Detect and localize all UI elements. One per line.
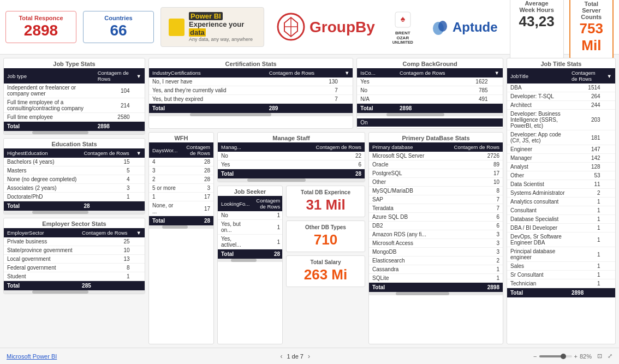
table-row[interactable]: Doctorate/PhD1: [4, 193, 145, 201]
table-row[interactable]: Data Scientist11: [507, 180, 615, 189]
table-row[interactable]: Yes, but they expired7: [149, 95, 353, 104]
fullscreen-icon[interactable]: ⤢: [608, 353, 612, 360]
table-row[interactable]: Analyst128: [507, 163, 615, 171]
table-row[interactable]: Microsoft Access3: [369, 239, 503, 248]
table-row[interactable]: DBA / BI Developer1: [507, 224, 615, 232]
table-row[interactable]: Cassandra1: [369, 265, 503, 274]
table-row[interactable]: 117: [149, 193, 213, 201]
fit-page-icon[interactable]: ⊡: [597, 353, 602, 360]
table-row[interactable]: SAP7: [369, 195, 503, 204]
powerbi-link[interactable]: Microsoft Power BI: [7, 353, 57, 360]
education-stats-panel: Education Stats HighestEducation Contage…: [3, 138, 145, 214]
table-row[interactable]: SQLite1: [369, 274, 503, 283]
table-row[interactable]: Developer: T-SQL264: [507, 92, 615, 101]
table-row[interactable]: Private business25: [4, 237, 145, 246]
jts-filter-icon[interactable]: ▼: [604, 68, 615, 83]
js-col1: LookingFo...: [218, 196, 253, 211]
row-value: 28: [181, 166, 213, 175]
table-row[interactable]: Masters5: [4, 166, 145, 175]
row-label: MongoDB: [369, 248, 441, 256]
table-row[interactable]: 328: [149, 166, 213, 175]
table-row[interactable]: Yes, activel...1: [218, 235, 283, 249]
table-row[interactable]: Yes, but on...1: [218, 220, 283, 235]
table-row[interactable]: Database Specialist1: [507, 215, 615, 224]
table-row[interactable]: 428: [149, 158, 213, 166]
zoom-slider[interactable]: − + 82%: [533, 353, 592, 360]
table-row[interactable]: MySQL/MariaDB8: [369, 187, 503, 195]
row-label: Principal database engineer: [507, 247, 568, 262]
table-row[interactable]: Developer: Business Intelligence (SSRS, …: [507, 110, 615, 130]
table-row[interactable]: PostgreSQL17: [369, 169, 503, 178]
table-row[interactable]: No, I never have130: [149, 77, 353, 86]
table-row[interactable]: Independent or freelancer or company own…: [4, 83, 145, 98]
row-label: No: [218, 211, 253, 220]
row-label: Data Scientist: [507, 180, 568, 189]
cb-filter-icon[interactable]: ▼: [491, 68, 503, 77]
zoom-minus-icon[interactable]: −: [533, 353, 537, 360]
table-row[interactable]: None (no degree completed)4: [4, 175, 145, 184]
edu-filter-icon[interactable]: ▼: [133, 148, 145, 158]
row-label: Architect: [507, 101, 568, 110]
jt-filter-icon[interactable]: ▼: [133, 68, 145, 83]
row-label: Cassandra: [369, 265, 441, 274]
row-value: 244: [568, 101, 604, 110]
table-row[interactable]: Full time employee2580: [4, 113, 145, 122]
table-row[interactable]: DevOps, Sr Software Engineer DBA1: [507, 232, 615, 247]
table-row[interactable]: Principal database engineer1: [507, 247, 615, 262]
table-row[interactable]: Associates (2 years)3: [4, 184, 145, 193]
wfh-panel: WFH DaysWor... Contagem de Rows 42832822…: [148, 132, 214, 344]
table-row[interactable]: Microsoft SQL Server2726: [369, 152, 503, 160]
total-server-value: 753 Mil: [579, 20, 604, 54]
zoom-plus-icon[interactable]: +: [574, 353, 578, 360]
table-row[interactable]: Sales1: [507, 262, 615, 271]
table-row[interactable]: Bachelors (4 years)15: [4, 158, 145, 166]
table-row[interactable]: DBA1514: [507, 83, 615, 92]
comp-bg-table: IsCo... Contagem de Rows ▼ Yes1622No785N…: [357, 68, 503, 113]
table-row[interactable]: Technician1: [507, 279, 615, 288]
table-row[interactable]: Yes, and they're currently valid7: [149, 86, 353, 95]
table-row[interactable]: Yes1622: [357, 77, 503, 86]
table-row[interactable]: MongoDB3: [369, 248, 503, 256]
table-row[interactable]: 5 or more3: [149, 184, 213, 193]
table-row[interactable]: Elasticsearch2: [369, 256, 503, 265]
table-row[interactable]: N/A491: [357, 95, 503, 104]
table-row[interactable]: Local government13: [4, 255, 145, 264]
table-row[interactable]: Full time employee of a consulting/contr…: [4, 98, 145, 113]
row-value: 53: [568, 171, 604, 180]
es-filter-icon[interactable]: ▼: [133, 228, 145, 237]
table-row[interactable]: Engineer147: [507, 145, 615, 154]
table-row[interactable]: 228: [149, 175, 213, 184]
other-row[interactable]: Other: [357, 127, 503, 129]
table-row[interactable]: Developer: App code (C#, JS, etc)181: [507, 130, 615, 145]
table-row[interactable]: Azure SQL DB6: [369, 213, 503, 222]
cs-filter-icon[interactable]: ▼: [341, 68, 353, 77]
table-row[interactable]: DB26: [369, 222, 503, 230]
table-row[interactable]: Student1: [4, 272, 145, 281]
table-row[interactable]: Oracle89: [369, 160, 503, 169]
table-row[interactable]: Manager142: [507, 154, 615, 163]
table-row[interactable]: No785: [357, 86, 503, 95]
table-row[interactable]: Other53: [507, 171, 615, 180]
table-row[interactable]: Architect244: [507, 101, 615, 110]
job-title-stats-title: Job Title Stats: [507, 58, 615, 68]
prev-page-btn[interactable]: ‹: [280, 353, 282, 360]
table-row[interactable]: Amazon RDS (any fi...3: [369, 230, 503, 239]
table-row[interactable]: Yes6: [218, 160, 365, 169]
table-row[interactable]: Systems Administrator2: [507, 189, 615, 198]
table-row[interactable]: Sr Consultant1: [507, 271, 615, 279]
table-row[interactable]: Consultant1: [507, 206, 615, 215]
next-page-btn[interactable]: ›: [308, 353, 310, 360]
table-row[interactable]: State/province government10: [4, 246, 145, 255]
main-container: Total Responce 2898 Countries 66 Power B…: [0, 0, 619, 364]
table-row[interactable]: No22: [218, 152, 365, 160]
table-row[interactable]: Federal government8: [4, 264, 145, 272]
table-row[interactable]: Teradata7: [369, 204, 503, 213]
table-row[interactable]: No1: [218, 211, 283, 220]
zoom-thumb[interactable]: [561, 354, 566, 359]
table-row[interactable]: Other10: [369, 178, 503, 187]
table-row[interactable]: None, or ...17: [149, 201, 213, 216]
on-row[interactable]: On: [357, 118, 503, 127]
table-row[interactable]: Analytics consultant1: [507, 198, 615, 206]
row-value: 22: [267, 152, 365, 160]
row-value: 1622: [396, 77, 491, 86]
